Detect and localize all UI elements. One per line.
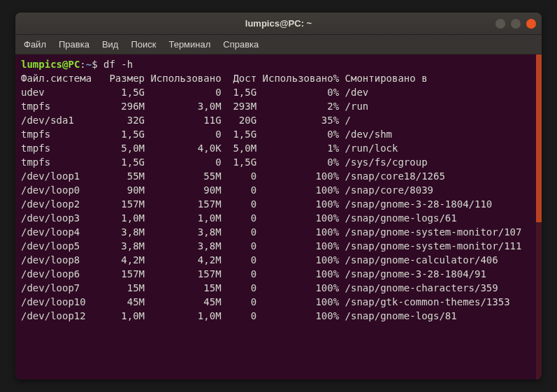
close-button[interactable] (526, 19, 536, 29)
menu-search[interactable]: Поиск (131, 39, 156, 50)
terminal-window: lumpics@PC: ~ Файл Правка Вид Поиск Терм… (15, 13, 542, 379)
menu-terminal[interactable]: Терминал (168, 39, 210, 50)
prompt-colon: : (80, 59, 85, 70)
menu-view[interactable]: Вид (102, 39, 119, 50)
prompt-host: PC (68, 59, 80, 70)
terminal-body[interactable]: lumpics@PC:~$ df -h Файл.система Размер … (15, 55, 542, 379)
window-controls (495, 19, 536, 29)
df-output: Файл.система Размер Использовано Дост Ис… (21, 71, 536, 323)
prompt-line: lumpics@PC:~$ df -h (21, 57, 536, 71)
maximize-button[interactable] (511, 19, 521, 29)
scroll-thumb[interactable] (536, 55, 542, 222)
prompt-user: lumpics (21, 59, 62, 70)
command-text: df -h (103, 59, 133, 70)
titlebar: lumpics@PC: ~ (15, 13, 542, 35)
menu-edit[interactable]: Правка (59, 39, 89, 50)
menu-file[interactable]: Файл (24, 39, 46, 50)
scrollbar[interactable] (536, 55, 542, 379)
minimize-button[interactable] (495, 19, 505, 29)
prompt-path: ~ (86, 59, 92, 70)
menubar: Файл Правка Вид Поиск Терминал Справка (15, 35, 542, 55)
prompt-dollar: $ (92, 59, 97, 70)
menu-help[interactable]: Справка (223, 39, 259, 50)
window-title: lumpics@PC: ~ (245, 18, 312, 29)
